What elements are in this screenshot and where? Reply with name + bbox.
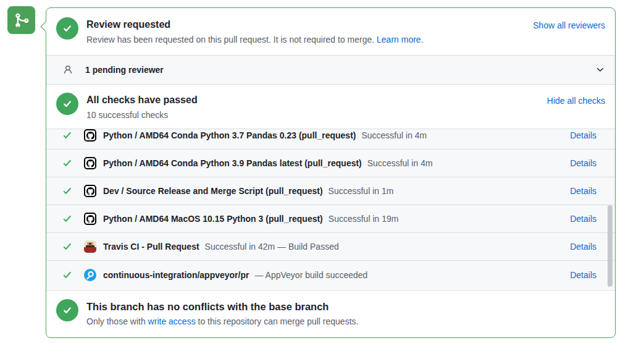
check-icon bbox=[62, 98, 73, 109]
check-success-icon bbox=[62, 242, 72, 252]
check-details-link[interactable]: Details bbox=[570, 242, 596, 252]
github-actions-icon bbox=[84, 157, 96, 169]
checks-header-section: All checks have passed 10 successful che… bbox=[46, 85, 615, 129]
checks-title: All checks have passed bbox=[86, 94, 198, 107]
check-success-icon bbox=[62, 214, 72, 224]
check-row: Travis CI - Pull Request Successful in 4… bbox=[46, 233, 615, 261]
github-actions-icon bbox=[84, 213, 96, 225]
check-success-icon bbox=[62, 186, 72, 196]
check-row: Dev / Source Release and Merge Script (p… bbox=[46, 177, 615, 205]
review-success-circle-icon bbox=[56, 17, 78, 40]
hide-all-checks-link[interactable]: Hide all checks bbox=[547, 93, 605, 106]
write-access-link[interactable]: write access bbox=[148, 316, 196, 326]
github-actions-icon bbox=[84, 129, 96, 142]
merge-status-section: This branch has no conflicts with the ba… bbox=[46, 290, 615, 328]
check-row: continuous-integration/appveyor/pr — App… bbox=[46, 261, 615, 289]
review-requested-section: Review requested Review has been request… bbox=[46, 8, 615, 56]
pull-request-merge-area: { "badge": { "icon": "git-merge-icon" },… bbox=[0, 0, 644, 343]
check-details-link[interactable]: Details bbox=[570, 186, 596, 196]
check-status: Successful in 19m bbox=[328, 214, 399, 224]
check-name: Python / AMD64 Conda Python 3.9 Pandas l… bbox=[103, 158, 362, 168]
check-row: Python / AMD64 Conda Python 3.9 Pandas l… bbox=[46, 150, 615, 177]
check-details-link[interactable]: Details bbox=[570, 270, 596, 280]
check-name: Python / AMD64 MacOS 10.15 Python 3 (pul… bbox=[103, 214, 323, 224]
learn-more-link[interactable]: Learn more. bbox=[377, 35, 423, 44]
checks-success-circle-icon bbox=[56, 93, 78, 115]
show-all-reviewers-link[interactable]: Show all reviewers bbox=[533, 17, 605, 30]
merge-success-circle-icon bbox=[56, 299, 78, 321]
pending-reviewer-label: 1 pending reviewer bbox=[85, 65, 164, 75]
check-details-link[interactable]: Details bbox=[570, 214, 596, 224]
check-icon bbox=[62, 305, 73, 316]
review-title: Review requested bbox=[86, 19, 424, 32]
merge-status-title: This branch has no conflicts with the ba… bbox=[86, 300, 358, 313]
check-details-link[interactable]: Details bbox=[570, 130, 596, 140]
pending-reviewer-row[interactable]: 1 pending reviewer bbox=[46, 56, 615, 85]
git-merge-icon bbox=[14, 12, 30, 28]
github-actions-icon bbox=[84, 185, 96, 197]
check-status: Successful in 1m bbox=[328, 186, 394, 196]
check-details-link[interactable]: Details bbox=[570, 158, 596, 168]
checks-list[interactable]: Python / AMD64 Conda Python 3.7 Pandas 0… bbox=[46, 129, 615, 290]
check-success-icon bbox=[62, 270, 72, 280]
check-name: continuous-integration/appveyor/pr bbox=[103, 270, 249, 280]
merge-status-subtitle: Only those with write access to this rep… bbox=[86, 316, 358, 328]
merge-box: Review requested Review has been request… bbox=[46, 7, 616, 338]
check-row: Python / AMD64 Conda Python 3.7 Pandas 0… bbox=[46, 129, 615, 150]
git-merge-badge bbox=[7, 6, 35, 34]
check-status: Successful in 4m bbox=[367, 158, 433, 168]
check-status: Successful in 4m bbox=[361, 130, 427, 140]
check-icon bbox=[62, 23, 73, 34]
check-success-icon bbox=[62, 130, 72, 140]
check-status: Successful in 42m — Build Passed bbox=[205, 242, 339, 252]
checks-subtitle: 10 successful checks bbox=[86, 109, 198, 122]
check-status: — AppVeyor build succeeded bbox=[254, 270, 367, 280]
travis-ci-icon bbox=[84, 240, 96, 253]
check-name: Travis CI - Pull Request bbox=[103, 242, 199, 252]
appveyor-icon bbox=[84, 269, 96, 281]
scrollbar-thumb[interactable] bbox=[608, 205, 613, 287]
check-name: Dev / Source Release and Merge Script (p… bbox=[103, 186, 323, 196]
review-description: Review has been requested on this pull r… bbox=[86, 34, 424, 46]
check-name: Python / AMD64 Conda Python 3.7 Pandas 0… bbox=[103, 130, 356, 140]
check-success-icon bbox=[62, 158, 72, 168]
check-row: Python / AMD64 MacOS 10.15 Python 3 (pul… bbox=[46, 205, 615, 233]
checks-list-inner: Python / AMD64 Conda Python 3.7 Pandas 0… bbox=[46, 129, 615, 289]
person-icon bbox=[63, 65, 73, 75]
chevron-down-icon[interactable] bbox=[595, 65, 605, 75]
